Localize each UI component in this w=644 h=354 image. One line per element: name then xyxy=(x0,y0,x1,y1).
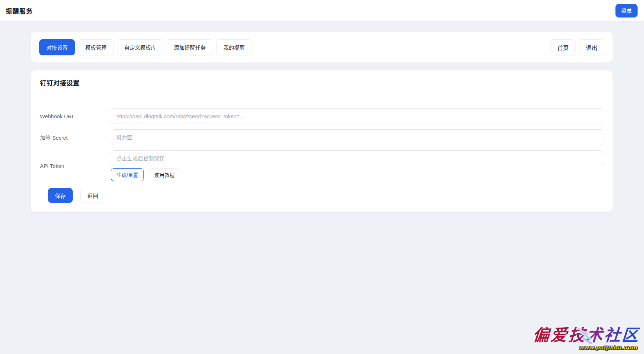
brush-stroke-pink xyxy=(577,327,589,335)
menu-button[interactable]: 菜单 xyxy=(615,4,638,18)
brush-stroke-cyan xyxy=(579,331,592,340)
webhook-url-label: Webhook URL xyxy=(39,113,111,119)
tab-template-management[interactable]: 模板管理 xyxy=(78,39,114,55)
secret-input[interactable] xyxy=(111,129,604,145)
watermark-brush-strokes xyxy=(575,329,600,347)
watermark-text: 偏爱技术社区 xyxy=(532,327,640,343)
brush-stroke-violet xyxy=(582,337,593,345)
nav-card: 对接设置 模板管理 自定义模板库 添加提醒任务 我的提醒 首页 退出 xyxy=(31,32,613,63)
generate-reset-button[interactable]: 生成/重置 xyxy=(111,168,144,181)
save-button[interactable]: 保存 xyxy=(48,188,73,203)
home-button[interactable]: 首页 xyxy=(551,39,575,55)
tab-my-reminders[interactable]: 我的提醒 xyxy=(216,39,252,55)
form-row-secret: 加签 Secret xyxy=(39,129,604,145)
api-token-input[interactable] xyxy=(111,150,604,166)
api-token-buttons: 生成/重置 使用教程 xyxy=(111,168,604,181)
tab-add-reminder-task[interactable]: 添加提醒任务 xyxy=(167,39,213,55)
page-title: 提醒服务 xyxy=(6,6,33,15)
main-content: 对接设置 模板管理 自定义模板库 添加提醒任务 我的提醒 首页 退出 钉钉对接设… xyxy=(0,21,644,212)
form-row-api-token: API Token 生成/重置 使用教程 xyxy=(39,150,604,181)
community-watermark: 偏爱技术社区 www.paijishu.com xyxy=(533,327,640,351)
form-actions: 保存 返回 xyxy=(48,188,604,203)
secret-label: 加签 Secret xyxy=(39,134,111,141)
settings-card-header: 钉钉对接设置 xyxy=(31,70,613,93)
nav-right-actions: 首页 退出 xyxy=(551,39,604,55)
back-button[interactable]: 返回 xyxy=(80,188,105,203)
settings-form: Webhook URL 加签 Secret API Token 生成/重置 使用… xyxy=(31,93,613,203)
webhook-url-input[interactable] xyxy=(111,108,604,124)
api-token-label: API Token xyxy=(39,163,111,169)
exit-button[interactable]: 退出 xyxy=(579,39,604,55)
app-header: 提醒服务 菜单 xyxy=(0,0,644,21)
form-row-webhook-url: Webhook URL xyxy=(39,108,604,124)
watermark-url: www.paijishu.com xyxy=(579,344,638,351)
app-root: { "header": { "title": "提醒服务", "menu_but… xyxy=(0,0,644,354)
dingtalk-settings-card: 钉钉对接设置 Webhook URL 加签 Secret API Token xyxy=(31,70,613,212)
tab-custom-template-library[interactable]: 自定义模板库 xyxy=(117,39,163,55)
tab-bar: 对接设置 模板管理 自定义模板库 添加提醒任务 我的提醒 xyxy=(39,39,252,55)
tutorial-button[interactable]: 使用教程 xyxy=(149,168,180,181)
tab-connection-settings[interactable]: 对接设置 xyxy=(39,39,75,55)
settings-card-title: 钉钉对接设置 xyxy=(40,78,603,87)
